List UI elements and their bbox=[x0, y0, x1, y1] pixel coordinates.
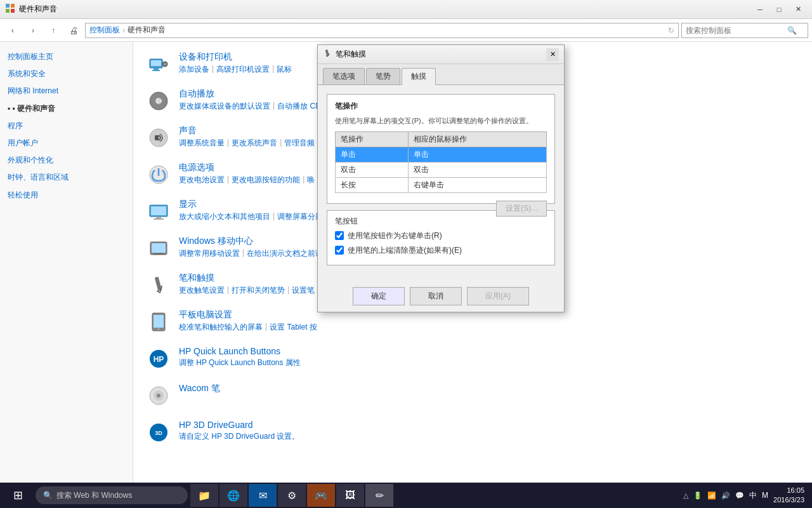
taskbar-search-text: 搜索 Web 和 Windows bbox=[56, 490, 132, 501]
cp-link-resolution[interactable]: 调整屏幕分辨 bbox=[277, 211, 323, 222]
cp-link-change-pen[interactable]: 更改触笔设置 bbox=[179, 285, 225, 296]
checkbox-row-2: 使用笔的上端清除墨迹(如果有)(E) bbox=[335, 245, 547, 256]
search-box[interactable]: 🔍 bbox=[681, 23, 808, 38]
address-bar[interactable]: 控制面板 › 硬件和声音 ↻ bbox=[85, 23, 679, 38]
svg-rect-22 bbox=[154, 253, 164, 255]
cp-link-mobility-settings[interactable]: 调整常用移动设置 bbox=[179, 248, 240, 259]
up-button[interactable]: ↑ bbox=[44, 22, 62, 39]
refresh-icon[interactable]: ↻ bbox=[668, 26, 674, 35]
taskbar-app-settings[interactable]: ⚙ bbox=[278, 484, 306, 507]
cp-item-hp-quick: HP HP Quick Launch Buttons 调整 HP Quick L… bbox=[146, 346, 799, 371]
cp-link-adjust-volume[interactable]: 调整系统音量 bbox=[179, 138, 225, 149]
print-button[interactable]: 🖨 bbox=[65, 22, 82, 39]
apply-button[interactable]: 应用(A) bbox=[467, 287, 529, 305]
cp-link-add-device[interactable]: 添加设备 bbox=[179, 64, 209, 75]
checkbox-right-click[interactable] bbox=[335, 231, 344, 240]
table-row-single-click[interactable]: 单击 单击 bbox=[336, 147, 547, 162]
cp-link-pen-settings[interactable]: 设置笔 bbox=[292, 285, 315, 296]
taskbar-search[interactable]: 🔍 搜索 Web 和 Windows bbox=[36, 486, 188, 504]
pen-touch-dialog: 笔和触摸 ✕ 笔选项 笔势 触摸 笔操作 使用笔与屏幕上的项交互(P)。你可以调… bbox=[317, 44, 565, 312]
cp-link-power-btn[interactable]: 更改电源按钮的功能 bbox=[232, 175, 300, 185]
maximize-button[interactable]: □ bbox=[770, 3, 788, 17]
dialog-body: 笔操作 使用笔与屏幕上的项交互(P)。你可以调整笔的每个操作的设置。 笔操作 相… bbox=[318, 85, 564, 281]
cp-title-hp-quick[interactable]: HP Quick Launch Buttons bbox=[179, 346, 799, 356]
cp-link-autoplay-cd[interactable]: 自动播放 CD bbox=[277, 101, 321, 112]
mouse-action-double: 双击 bbox=[408, 162, 546, 177]
tray-volume[interactable]: 🔊 bbox=[721, 491, 730, 500]
taskbar-app-files[interactable]: 📁 bbox=[190, 484, 218, 507]
sidebar-item-system[interactable]: 系统和安全 bbox=[0, 65, 133, 83]
ok-button[interactable]: 确定 bbox=[353, 287, 405, 305]
cp-link-change-media[interactable]: 更改媒体或设备的默认设置 bbox=[179, 101, 270, 112]
dialog-titlebar: 笔和触摸 ✕ bbox=[318, 45, 564, 64]
cp-link-mouse[interactable]: 鼠标 bbox=[277, 64, 292, 75]
tray-battery[interactable]: 🔋 bbox=[693, 491, 702, 500]
cp-link-hp-adjust[interactable]: 调整 HP Quick Launch Buttons 属性 bbox=[179, 358, 301, 368]
table-row-long-press[interactable]: 长按 右键单击 bbox=[336, 177, 547, 192]
taskbar-app-mail[interactable]: ✉ bbox=[249, 484, 277, 507]
pen-action-single: 单击 bbox=[336, 147, 409, 162]
tray-network[interactable]: 📶 bbox=[707, 491, 716, 500]
svg-text:3D: 3D bbox=[155, 430, 162, 436]
sidebar-item-ease[interactable]: 轻松使用 bbox=[0, 187, 133, 204]
cp-link-manage-audio[interactable]: 管理音频 bbox=[284, 138, 315, 149]
tab-touch[interactable]: 触摸 bbox=[402, 68, 436, 85]
cp-title-3d[interactable]: HP 3D DriveGuard bbox=[179, 420, 799, 430]
search-input[interactable] bbox=[686, 26, 787, 35]
svg-text:HP: HP bbox=[154, 355, 164, 364]
window-titlebar: 硬件和声音 ─ □ ✕ bbox=[0, 0, 812, 19]
cp-link-gestures[interactable]: 打开和关闭笔势 bbox=[232, 285, 285, 296]
taskbar-clock[interactable]: 16:05 2016/3/23 bbox=[773, 486, 804, 505]
cancel-button[interactable]: 取消 bbox=[410, 287, 462, 305]
pen-action-double: 双击 bbox=[336, 162, 409, 177]
cp-item-3d: 3D HP 3D DriveGuard 请自定义 HP 3D DriveGuar… bbox=[146, 420, 799, 445]
sidebar-item-user[interactable]: 用户帐户 bbox=[0, 135, 133, 152]
cp-link-calibrate[interactable]: 校准笔和触控输入的屏幕 bbox=[179, 322, 263, 333]
start-button[interactable]: ⊞ bbox=[3, 484, 33, 507]
svg-rect-2 bbox=[6, 9, 10, 13]
forward-button[interactable]: › bbox=[24, 22, 42, 39]
taskbar-app-photos[interactable]: 🖼 bbox=[336, 484, 364, 507]
cp-link-presentation[interactable]: 在给出演示文档之前调 bbox=[247, 248, 323, 259]
taskbar: ⊞ 🔍 搜索 Web 和 Windows 📁 🌐 ✉ ⚙ 🎮 🖼 ✏ △ 🔋 📶… bbox=[0, 483, 812, 508]
minimize-button[interactable]: ─ bbox=[751, 3, 769, 17]
taskbar-app-browser[interactable]: 🌐 bbox=[219, 484, 247, 507]
cp-link-wake[interactable]: 唤 bbox=[307, 175, 315, 185]
cp-link-tablet-btn[interactable]: 设置 Tablet 按 bbox=[270, 322, 317, 333]
sidebar-item-hardware[interactable]: • 硬件和声音 bbox=[0, 100, 133, 117]
cp-title-wacom[interactable]: Wacom 笔 bbox=[179, 383, 799, 394]
pen-actions-section: 笔操作 使用笔与屏幕上的项交互(P)。你可以调整笔的每个操作的设置。 笔操作 相… bbox=[327, 94, 555, 204]
svg-rect-6 bbox=[154, 68, 159, 70]
settings-button[interactable]: 设置(S)... bbox=[496, 201, 547, 217]
close-button[interactable]: ✕ bbox=[789, 3, 807, 17]
checkbox-row-1: 使用笔按钮作为右键单击(R) bbox=[335, 231, 547, 241]
cp-link-3d-define[interactable]: 请自定义 HP 3D DriveGuard 设置。 bbox=[179, 431, 299, 442]
taskbar-app-game[interactable]: 🎮 bbox=[307, 484, 335, 507]
pen-action-long: 长按 bbox=[336, 177, 409, 192]
sidebar-item-programs[interactable]: 程序 bbox=[0, 117, 133, 135]
tray-message[interactable]: 💬 bbox=[735, 491, 744, 500]
mouse-action-long: 右键单击 bbox=[408, 177, 546, 192]
sidebar-item-appearance[interactable]: 外观和个性化 bbox=[0, 152, 133, 169]
sidebar-item-home[interactable]: 控制面板主页 bbox=[0, 48, 133, 65]
tray-ime[interactable]: 中 bbox=[749, 490, 757, 501]
cp-link-battery[interactable]: 更改电池设置 bbox=[179, 175, 225, 185]
back-button[interactable]: ‹ bbox=[4, 22, 22, 39]
taskbar-apps: 📁 🌐 ✉ ⚙ 🎮 🖼 ✏ bbox=[190, 484, 676, 507]
sidebar-item-network[interactable]: 网络和 Internet bbox=[0, 83, 133, 100]
checkbox-erase[interactable] bbox=[335, 246, 344, 255]
search-icon[interactable]: 🔍 bbox=[787, 26, 797, 35]
svg-rect-17 bbox=[151, 206, 166, 215]
tab-pen-options[interactable]: 笔选项 bbox=[323, 68, 365, 84]
taskbar-app-pen[interactable]: ✏ bbox=[365, 484, 393, 507]
cp-link-printer-settings[interactable]: 高级打印机设置 bbox=[216, 64, 270, 75]
sidebar-item-clock[interactable]: 时钟、语言和区域 bbox=[0, 169, 133, 186]
checkbox-right-click-label: 使用笔按钮作为右键单击(R) bbox=[348, 231, 442, 241]
cp-link-text-size[interactable]: 放大或缩小文本和其他项目 bbox=[179, 211, 270, 222]
tray-ime2[interactable]: M bbox=[762, 491, 768, 500]
table-row-double-click[interactable]: 双击 双击 bbox=[336, 162, 547, 177]
tray-chevron[interactable]: △ bbox=[683, 491, 688, 500]
cp-link-change-sound[interactable]: 更改系统声音 bbox=[232, 138, 277, 149]
tab-gestures[interactable]: 笔势 bbox=[366, 68, 400, 84]
dialog-close-button[interactable]: ✕ bbox=[546, 48, 559, 61]
